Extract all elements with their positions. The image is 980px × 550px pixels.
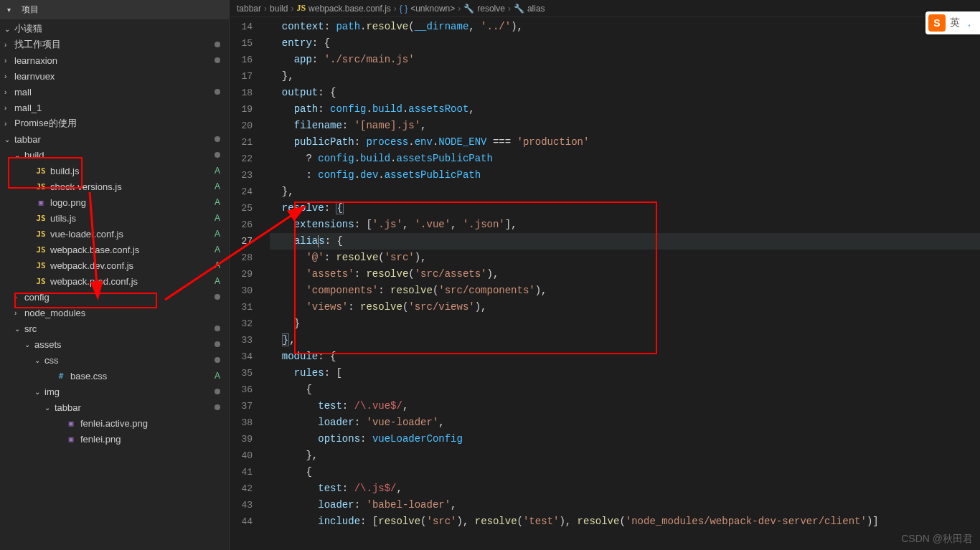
git-status-badge: A <box>215 197 220 207</box>
file-item[interactable]: JSutils.jsA <box>0 210 229 226</box>
folder-item[interactable]: ⌄assets <box>0 336 229 352</box>
chevron-down-icon: ▾ <box>7 6 17 14</box>
ime-lang[interactable]: 英 <box>950 16 960 29</box>
folder-item[interactable]: ⌄小读猫 <box>0 21 229 37</box>
bc-segment[interactable]: resolve <box>477 4 505 14</box>
chevron-down-icon: ⌄ <box>4 136 14 143</box>
file-item[interactable]: ▣fenlei.png <box>0 431 229 447</box>
editor-main: tabbar › build › JS webpack.base.conf.js… <box>230 0 980 550</box>
img-file-icon: ▣ <box>65 435 77 444</box>
git-modified-dot <box>215 136 220 142</box>
chevron-down-icon: ⌄ <box>24 341 34 349</box>
line-numbers: 1415161718192021222324252627282930313233… <box>230 17 270 550</box>
code-content[interactable]: context: path.resolve(__dirname, '../'),… <box>270 17 980 550</box>
css-file-icon: # <box>55 371 67 381</box>
folder-item[interactable]: ⌄src <box>0 321 229 336</box>
folder-item[interactable]: ›learnaxion <box>0 52 229 68</box>
git-status-badge: A <box>215 276 220 286</box>
folder-name: 小读猫 <box>14 22 42 35</box>
file-tree[interactable]: ⌄小读猫›找工作项目›learnaxion›learnvuex›mall›mal… <box>0 19 229 550</box>
chevron-right-icon: › <box>264 4 267 14</box>
bc-segment[interactable]: alias <box>527 4 545 14</box>
chevron-down-icon: ⌄ <box>4 25 14 33</box>
folder-item[interactable]: ›找工作项目 <box>0 37 229 52</box>
folder-item[interactable]: ›mall_1 <box>0 100 229 115</box>
folder-name: config <box>24 292 50 303</box>
file-item[interactable]: JSvue-loader.conf.jsA <box>0 226 229 242</box>
breadcrumb[interactable]: tabbar › build › JS webpack.base.conf.js… <box>230 0 980 17</box>
wrench-icon: 🔧 <box>463 4 474 14</box>
img-file-icon: ▣ <box>65 419 77 428</box>
folder-item[interactable]: ›config <box>0 289 229 305</box>
file-item[interactable]: JSwebpack.dev.conf.jsA <box>0 257 229 273</box>
file-item[interactable]: JSbuild.jsA <box>0 163 229 179</box>
file-name: build.js <box>50 166 79 176</box>
git-modified-dot <box>215 89 220 95</box>
folder-item[interactable]: ›learnvuex <box>0 68 229 84</box>
sidebar-header[interactable]: ▾ 项目 <box>0 0 229 19</box>
folder-name: src <box>24 323 37 334</box>
chevron-right-icon: › <box>394 4 397 14</box>
git-modified-dot <box>215 152 220 158</box>
chevron-right-icon: › <box>4 88 14 96</box>
file-name: webpack.base.conf.js <box>50 245 139 255</box>
file-item[interactable]: JSwebpack.prod.conf.jsA <box>0 273 229 289</box>
git-modified-dot <box>215 389 220 394</box>
folder-item[interactable]: ⌄css <box>0 352 229 368</box>
bc-segment[interactable]: build <box>270 4 288 14</box>
folder-item[interactable]: ⌄tabbar <box>0 131 229 147</box>
git-status-badge: A <box>215 245 220 255</box>
folder-name: assets <box>34 339 62 350</box>
file-name: base.css <box>70 371 107 381</box>
file-item[interactable]: JSwebpack.base.conf.jsA <box>0 242 229 257</box>
file-name: vue-loader.conf.js <box>50 229 123 240</box>
git-status-badge: A <box>215 371 220 381</box>
folder-item[interactable]: ›node_modules <box>0 305 229 321</box>
git-status-badge: A <box>215 213 220 223</box>
folder-name: learnvuex <box>14 71 55 82</box>
folder-item[interactable]: ›mall <box>0 84 229 100</box>
chevron-down-icon: ⌄ <box>34 356 44 364</box>
folder-name: tabbar <box>55 402 81 413</box>
file-name: logo.png <box>50 197 86 208</box>
folder-name: img <box>44 387 60 397</box>
js-file-icon: JS <box>34 182 47 191</box>
chevron-right-icon: › <box>14 293 24 301</box>
ime-toolbar[interactable]: S 英 ， <box>925 11 980 34</box>
git-modified-dot <box>215 326 220 331</box>
js-file-icon: JS <box>34 214 47 223</box>
folder-name: node_modules <box>24 308 85 318</box>
sogou-logo-icon: S <box>928 14 946 32</box>
folder-item[interactable]: ⌄build <box>0 147 229 163</box>
chevron-down-icon: ⌄ <box>34 388 44 396</box>
chevron-right-icon: › <box>458 4 461 14</box>
js-file-icon: JS <box>296 3 306 14</box>
folder-name: mall_1 <box>14 103 42 113</box>
git-modified-dot <box>215 57 220 63</box>
file-item[interactable]: JScheck-versions.jsA <box>0 179 229 194</box>
file-item[interactable]: #base.cssA <box>0 368 229 384</box>
folder-item[interactable]: ⌄tabbar <box>0 399 229 415</box>
git-status-badge: A <box>215 166 220 176</box>
chevron-right-icon: › <box>4 41 14 49</box>
git-modified-dot <box>215 341 220 347</box>
bc-segment[interactable]: <unknown> <box>410 4 455 14</box>
git-status-badge: A <box>215 229 220 239</box>
bc-segment[interactable]: webpack.base.conf.js <box>308 4 391 14</box>
chevron-right-icon: › <box>4 57 14 65</box>
folder-item[interactable]: ›Promise的使用 <box>0 115 229 131</box>
file-item[interactable]: ▣logo.pngA <box>0 194 229 210</box>
chevron-right-icon: › <box>4 104 14 112</box>
code-editor[interactable]: 1415161718192021222324252627282930313233… <box>230 17 980 550</box>
file-item[interactable]: ▣fenlei.active.png <box>0 415 229 431</box>
file-name: webpack.prod.conf.js <box>50 276 138 287</box>
folder-item[interactable]: ⌄img <box>0 384 229 399</box>
js-file-icon: JS <box>34 166 47 176</box>
file-name: check-versions.js <box>50 181 122 192</box>
folder-name: Promise的使用 <box>14 117 77 130</box>
img-file-icon: ▣ <box>34 198 47 207</box>
js-file-icon: JS <box>34 229 47 239</box>
ime-punct[interactable]: ， <box>964 16 974 29</box>
bc-segment[interactable]: tabbar <box>237 4 261 14</box>
git-modified-dot <box>215 42 220 47</box>
